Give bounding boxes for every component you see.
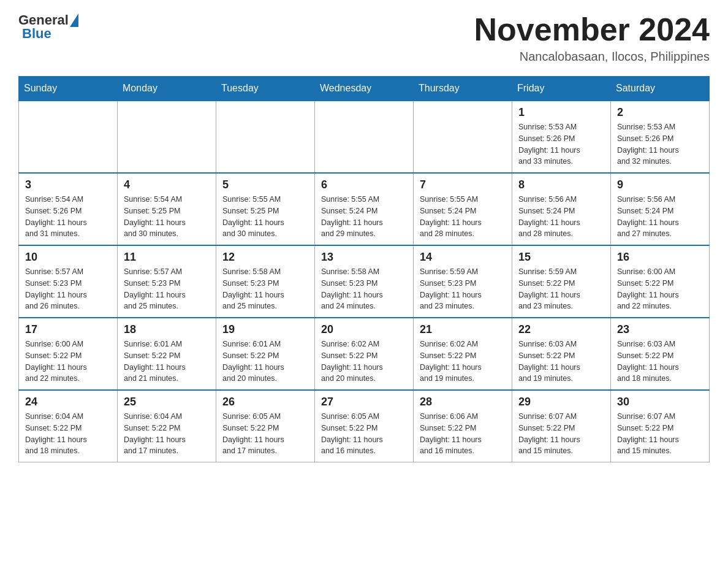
day-info: Sunrise: 5:58 AM Sunset: 5:23 PM Dayligh… xyxy=(321,266,407,312)
day-info: Sunrise: 5:56 AM Sunset: 5:24 PM Dayligh… xyxy=(518,194,604,240)
day-number: 27 xyxy=(321,396,407,408)
day-info: Sunrise: 6:07 AM Sunset: 5:22 PM Dayligh… xyxy=(518,411,604,457)
day-number: 17 xyxy=(25,323,111,336)
weekday-header-friday: Friday xyxy=(512,77,611,101)
day-number: 30 xyxy=(617,396,703,408)
day-info: Sunrise: 5:59 AM Sunset: 5:22 PM Dayligh… xyxy=(518,266,604,312)
day-info: Sunrise: 6:02 AM Sunset: 5:22 PM Dayligh… xyxy=(420,339,506,385)
calendar-cell: 29Sunrise: 6:07 AM Sunset: 5:22 PM Dayli… xyxy=(512,390,611,462)
calendar-cell: 6Sunrise: 5:55 AM Sunset: 5:24 PM Daylig… xyxy=(315,173,414,245)
day-number: 16 xyxy=(617,251,703,264)
logo-triangle-icon xyxy=(70,13,78,27)
day-number: 12 xyxy=(222,251,308,264)
day-number: 3 xyxy=(25,178,111,191)
day-number: 4 xyxy=(124,178,210,191)
day-info: Sunrise: 5:55 AM Sunset: 5:25 PM Dayligh… xyxy=(222,194,308,240)
month-title: November 2024 xyxy=(474,12,710,47)
calendar-cell: 4Sunrise: 5:54 AM Sunset: 5:25 PM Daylig… xyxy=(118,173,216,245)
calendar-cell: 14Sunrise: 5:59 AM Sunset: 5:23 PM Dayli… xyxy=(414,245,512,318)
week-row-1: 1Sunrise: 5:53 AM Sunset: 5:26 PM Daylig… xyxy=(19,101,710,173)
calendar-cell: 17Sunrise: 6:00 AM Sunset: 5:22 PM Dayli… xyxy=(19,318,118,390)
day-number: 2 xyxy=(617,106,703,119)
day-number: 11 xyxy=(124,251,210,264)
calendar-cell xyxy=(414,101,512,173)
logo: General Blue xyxy=(18,12,78,42)
day-number: 8 xyxy=(518,178,604,191)
day-info: Sunrise: 5:54 AM Sunset: 5:25 PM Dayligh… xyxy=(124,194,210,240)
weekday-header-sunday: Sunday xyxy=(19,77,118,101)
logo-blue-text: Blue xyxy=(22,26,51,42)
calendar-cell: 16Sunrise: 6:00 AM Sunset: 5:22 PM Dayli… xyxy=(611,245,710,318)
day-info: Sunrise: 6:07 AM Sunset: 5:22 PM Dayligh… xyxy=(617,411,703,457)
day-info: Sunrise: 6:01 AM Sunset: 5:22 PM Dayligh… xyxy=(124,339,210,385)
day-info: Sunrise: 5:56 AM Sunset: 5:24 PM Dayligh… xyxy=(617,194,703,240)
day-number: 23 xyxy=(617,323,703,336)
day-number: 9 xyxy=(617,178,703,191)
day-number: 26 xyxy=(222,396,308,408)
calendar-cell: 24Sunrise: 6:04 AM Sunset: 5:22 PM Dayli… xyxy=(19,390,118,462)
day-info: Sunrise: 6:05 AM Sunset: 5:22 PM Dayligh… xyxy=(222,411,308,457)
calendar-cell: 7Sunrise: 5:55 AM Sunset: 5:24 PM Daylig… xyxy=(414,173,512,245)
day-number: 28 xyxy=(420,396,506,408)
title-area: November 2024 Nancalobasaan, Ilocos, Phi… xyxy=(474,12,710,64)
day-info: Sunrise: 6:05 AM Sunset: 5:22 PM Dayligh… xyxy=(321,411,407,457)
day-number: 29 xyxy=(518,396,604,408)
day-number: 20 xyxy=(321,323,407,336)
page-header: General Blue November 2024 Nancalobasaan… xyxy=(18,12,710,64)
day-info: Sunrise: 5:55 AM Sunset: 5:24 PM Dayligh… xyxy=(321,194,407,240)
weekday-header-wednesday: Wednesday xyxy=(315,77,414,101)
day-number: 5 xyxy=(222,178,308,191)
calendar-cell: 2Sunrise: 5:53 AM Sunset: 5:26 PM Daylig… xyxy=(611,101,710,173)
day-number: 13 xyxy=(321,251,407,264)
day-info: Sunrise: 5:57 AM Sunset: 5:23 PM Dayligh… xyxy=(124,266,210,312)
week-row-4: 17Sunrise: 6:00 AM Sunset: 5:22 PM Dayli… xyxy=(19,318,710,390)
weekday-header-row: SundayMondayTuesdayWednesdayThursdayFrid… xyxy=(19,77,710,101)
week-row-5: 24Sunrise: 6:04 AM Sunset: 5:22 PM Dayli… xyxy=(19,390,710,462)
day-number: 14 xyxy=(420,251,506,264)
week-row-2: 3Sunrise: 5:54 AM Sunset: 5:26 PM Daylig… xyxy=(19,173,710,245)
day-info: Sunrise: 6:00 AM Sunset: 5:22 PM Dayligh… xyxy=(617,266,703,312)
location-text: Nancalobasaan, Ilocos, Philippines xyxy=(474,50,710,64)
day-number: 6 xyxy=(321,178,407,191)
day-number: 24 xyxy=(25,396,111,408)
day-info: Sunrise: 5:57 AM Sunset: 5:23 PM Dayligh… xyxy=(25,266,111,312)
calendar-cell: 19Sunrise: 6:01 AM Sunset: 5:22 PM Dayli… xyxy=(216,318,315,390)
day-info: Sunrise: 6:03 AM Sunset: 5:22 PM Dayligh… xyxy=(518,339,604,385)
weekday-header-monday: Monday xyxy=(118,77,216,101)
day-info: Sunrise: 6:03 AM Sunset: 5:22 PM Dayligh… xyxy=(617,339,703,385)
calendar-cell xyxy=(315,101,414,173)
day-number: 22 xyxy=(518,323,604,336)
day-number: 25 xyxy=(124,396,210,408)
day-info: Sunrise: 5:59 AM Sunset: 5:23 PM Dayligh… xyxy=(420,266,506,312)
day-info: Sunrise: 5:58 AM Sunset: 5:23 PM Dayligh… xyxy=(222,266,308,312)
calendar-cell: 30Sunrise: 6:07 AM Sunset: 5:22 PM Dayli… xyxy=(611,390,710,462)
calendar-cell: 15Sunrise: 5:59 AM Sunset: 5:22 PM Dayli… xyxy=(512,245,611,318)
calendar-cell: 12Sunrise: 5:58 AM Sunset: 5:23 PM Dayli… xyxy=(216,245,315,318)
calendar-cell: 5Sunrise: 5:55 AM Sunset: 5:25 PM Daylig… xyxy=(216,173,315,245)
day-info: Sunrise: 6:01 AM Sunset: 5:22 PM Dayligh… xyxy=(222,339,308,385)
calendar-table: SundayMondayTuesdayWednesdayThursdayFrid… xyxy=(18,76,710,462)
day-info: Sunrise: 5:53 AM Sunset: 5:26 PM Dayligh… xyxy=(518,121,604,167)
calendar-cell: 21Sunrise: 6:02 AM Sunset: 5:22 PM Dayli… xyxy=(414,318,512,390)
weekday-header-thursday: Thursday xyxy=(414,77,512,101)
day-number: 21 xyxy=(420,323,506,336)
calendar-cell: 1Sunrise: 5:53 AM Sunset: 5:26 PM Daylig… xyxy=(512,101,611,173)
calendar-cell xyxy=(118,101,216,173)
day-info: Sunrise: 5:54 AM Sunset: 5:26 PM Dayligh… xyxy=(25,194,111,240)
day-info: Sunrise: 5:53 AM Sunset: 5:26 PM Dayligh… xyxy=(617,121,703,167)
day-info: Sunrise: 6:00 AM Sunset: 5:22 PM Dayligh… xyxy=(25,339,111,385)
calendar-cell xyxy=(216,101,315,173)
calendar-cell: 10Sunrise: 5:57 AM Sunset: 5:23 PM Dayli… xyxy=(19,245,118,318)
day-number: 18 xyxy=(124,323,210,336)
calendar-cell: 26Sunrise: 6:05 AM Sunset: 5:22 PM Dayli… xyxy=(216,390,315,462)
day-number: 10 xyxy=(25,251,111,264)
weekday-header-tuesday: Tuesday xyxy=(216,77,315,101)
week-row-3: 10Sunrise: 5:57 AM Sunset: 5:23 PM Dayli… xyxy=(19,245,710,318)
day-info: Sunrise: 6:02 AM Sunset: 5:22 PM Dayligh… xyxy=(321,339,407,385)
day-number: 19 xyxy=(222,323,308,336)
calendar-cell: 25Sunrise: 6:04 AM Sunset: 5:22 PM Dayli… xyxy=(118,390,216,462)
calendar-cell: 22Sunrise: 6:03 AM Sunset: 5:22 PM Dayli… xyxy=(512,318,611,390)
weekday-header-saturday: Saturday xyxy=(611,77,710,101)
calendar-cell: 23Sunrise: 6:03 AM Sunset: 5:22 PM Dayli… xyxy=(611,318,710,390)
day-number: 7 xyxy=(420,178,506,191)
